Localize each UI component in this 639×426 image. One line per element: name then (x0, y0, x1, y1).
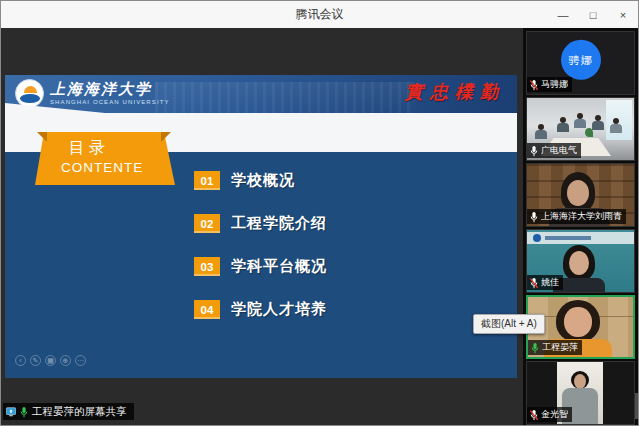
screen-share-banner[interactable]: 工程晏萍的屏幕共享 (3, 403, 134, 420)
toc-item-number: 01 (194, 171, 220, 190)
university-logo: 上海海洋大学 SHANGHAI OCEAN UNIVERSITY (15, 79, 170, 108)
mic-speaking-icon (530, 342, 540, 354)
video-scene-person (564, 307, 592, 337)
university-seal-icon (15, 79, 44, 108)
more-icon[interactable]: ⋯ (75, 355, 86, 366)
meeting-window: 腾讯会议 — □ × 上海海洋大学 SHANGHAI OCEAN UNIVERS… (0, 0, 639, 426)
participant-name: 上海海洋大学刘雨青 (541, 210, 622, 223)
video-scene-person (574, 374, 586, 389)
video-scene-person (574, 113, 586, 128)
campus-building-art (155, 82, 415, 113)
mic-on-green-icon (19, 406, 29, 418)
video-scene-person (592, 115, 604, 130)
toc-item: 01 学校概况 (194, 171, 327, 190)
participant-tile[interactable]: 姚佳 (526, 229, 635, 293)
toc-item-label: 工程学院介绍 (231, 214, 327, 233)
toc-list: 01 学校概况 02 工程学院介绍 03 学科平台概况 04 学院人才培养 (194, 171, 327, 343)
participant-name: 广电电气 (541, 144, 577, 157)
presenter-toolbar: ‹ ✎ ▦ ⊕ ⋯ (15, 355, 86, 366)
participant-name: 工程晏萍 (542, 341, 578, 354)
screenshot-tooltip: 截图(Alt + A) (473, 314, 545, 334)
window-controls: — □ × (548, 1, 638, 28)
screen-share-label: 工程晏萍的屏幕共享 (32, 405, 127, 419)
prev-slide-icon[interactable]: ‹ (15, 355, 26, 366)
mic-on-icon (529, 211, 539, 223)
toc-item: 04 学院人才培养 (194, 300, 327, 319)
university-name-en: SHANGHAI OCEAN UNIVERSITY (50, 99, 170, 105)
participant-name-tag: 广电电气 (527, 143, 581, 158)
ribbon-fold-right (161, 132, 171, 142)
video-scene-shape (533, 234, 541, 242)
participant-tile[interactable]: 上海海洋大学刘雨青 (526, 163, 635, 227)
video-scene-person (569, 251, 589, 275)
slide-header-banner: 上海海洋大学 SHANGHAI OCEAN UNIVERSITY 實忠檏勤 (5, 75, 517, 113)
presentation-slide: 上海海洋大学 SHANGHAI OCEAN UNIVERSITY 實忠檏勤 目录… (5, 75, 517, 378)
participant-name-tag: 上海海洋大学刘雨青 (527, 209, 626, 224)
participant-name: 金光智 (541, 408, 568, 421)
all-slides-icon[interactable]: ▦ (45, 355, 56, 366)
participant-tile[interactable]: 骋娜 马骋娜 (526, 31, 635, 95)
toc-item-number: 04 (194, 300, 220, 319)
toc-title-en: CONTENTE (61, 160, 143, 175)
participant-tile[interactable]: 广电电气 (526, 97, 635, 161)
minimize-button[interactable]: — (548, 1, 578, 28)
toc-item-label: 学院人才培养 (231, 300, 327, 319)
video-scene-shape (545, 236, 591, 240)
participant-name-tag: 工程晏萍 (528, 340, 582, 355)
university-motto: 實忠檏勤 (405, 80, 505, 104)
participant-tile[interactable]: 金光智 (526, 361, 635, 425)
participants-sidebar[interactable]: 骋娜 马骋娜 (523, 28, 638, 425)
pen-icon[interactable]: ✎ (30, 355, 41, 366)
shared-screen-stage: 上海海洋大学 SHANGHAI OCEAN UNIVERSITY 實忠檏勤 目录… (1, 28, 523, 425)
toc-item-number: 02 (194, 214, 220, 233)
window-title: 腾讯会议 (296, 6, 344, 23)
mic-muted-icon (529, 277, 539, 289)
toc-item: 02 工程学院介绍 (194, 214, 327, 233)
toc-item-number: 03 (194, 257, 220, 276)
video-scene-person (557, 117, 569, 132)
toc-ribbon: 目录 CONTENTE (35, 132, 175, 185)
ribbon-fold-left (37, 132, 47, 142)
university-name-cn: 上海海洋大学 (50, 82, 170, 97)
participant-name: 姚佳 (541, 276, 559, 289)
video-scene-person (610, 118, 622, 133)
mic-on-icon (529, 145, 539, 157)
zoom-icon[interactable]: ⊕ (60, 355, 71, 366)
video-scene-person (567, 180, 589, 206)
toc-item-label: 学科平台概况 (231, 257, 327, 276)
toc-item: 03 学科平台概况 (194, 257, 327, 276)
participant-name-tag: 马骋娜 (527, 77, 572, 92)
toc-title-cn: 目录 (69, 138, 109, 159)
screen-share-icon (6, 406, 16, 418)
participant-name-tag: 姚佳 (527, 275, 563, 290)
maximize-button[interactable]: □ (578, 1, 608, 28)
titlebar: 腾讯会议 — □ × (1, 1, 638, 28)
avatar: 骋娜 (561, 40, 601, 80)
mic-muted-icon (529, 409, 539, 421)
toc-item-label: 学校概况 (231, 171, 295, 190)
close-button[interactable]: × (608, 1, 638, 28)
main-area: 上海海洋大学 SHANGHAI OCEAN UNIVERSITY 實忠檏勤 目录… (1, 28, 638, 425)
participant-name-tag: 金光智 (527, 407, 572, 422)
mic-muted-icon (529, 79, 539, 91)
participant-name: 马骋娜 (541, 78, 568, 91)
video-scene-person (535, 124, 547, 139)
